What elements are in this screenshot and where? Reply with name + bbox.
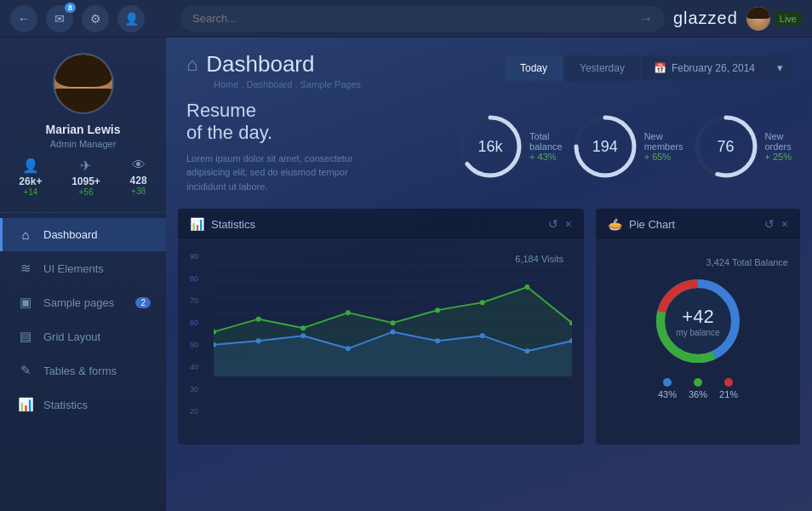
search-bar: →	[180, 6, 665, 32]
stat-followers[interactable]: 👤 26k+ +14	[19, 158, 42, 197]
mail-button[interactable]: ✉ 8	[46, 5, 73, 32]
pie-balance-label: 3,424 Total Balance	[608, 257, 788, 267]
date-dropdown-button[interactable]: ▾	[769, 55, 792, 81]
new-members-label: Newmembers	[644, 131, 683, 152]
pie-chart-refresh-button[interactable]: ↺	[764, 217, 775, 231]
tables-forms-icon: ✎	[18, 363, 33, 378]
red-dot	[724, 378, 733, 387]
followers-icon: 👤	[22, 158, 39, 174]
nav-item-dashboard[interactable]: ⌂ Dashboard	[0, 218, 166, 251]
stats-strip: Resume of the day. Lorem ipsum dolor sit…	[166, 100, 812, 209]
search-arrow-icon[interactable]: →	[639, 11, 653, 26]
breadcrumb: Home . Dashboard . Sample Pages	[214, 79, 488, 89]
total-balance-change: + 43%	[529, 152, 563, 162]
green-pct: 36%	[689, 389, 707, 399]
nav-item-tables-forms[interactable]: ✎ Tables & forms	[0, 353, 166, 388]
svg-point-32	[524, 349, 529, 354]
dashboard-icon: ⌂	[18, 227, 33, 242]
stat-messages[interactable]: ✈ 1095+ +56	[71, 158, 100, 197]
y-label-90: 90	[190, 252, 198, 261]
resume-line2: of the day.	[186, 122, 272, 143]
ui-elements-icon: ≋	[18, 261, 33, 276]
pie-chart-close-button[interactable]: ×	[781, 217, 788, 231]
red-pct: 21%	[719, 389, 738, 399]
pie-chart-widget-title: Pie Chart	[629, 218, 758, 231]
new-members-info: Newmembers + 65%	[644, 131, 683, 162]
date-navigation: Today Yesterday 📅 February 26, 2014 ▾	[505, 55, 792, 81]
metric-new-orders: 76 Neworders + 25%	[692, 100, 792, 193]
back-button[interactable]: ←	[10, 5, 37, 32]
page-title: ⌂ Dashboard	[186, 51, 488, 78]
statistics-chart: 6,184 Visits 90 80 70 60 50 40 30 20	[190, 249, 572, 436]
messages-value: 1095+	[71, 175, 100, 187]
y-label-50: 50	[190, 341, 198, 349]
pie-legend-green: 36%	[689, 378, 707, 399]
settings-button[interactable]: ⚙	[82, 5, 109, 32]
svg-point-16	[256, 317, 261, 322]
views-value: 428	[130, 175, 147, 187]
nav-item-ui-elements[interactable]: ≋ UI Elements	[0, 251, 166, 285]
pie-center-sub: my balance	[676, 328, 719, 337]
avatar	[53, 53, 114, 114]
new-orders-label: Neworders	[765, 131, 792, 152]
grid-layout-icon: ▤	[18, 329, 33, 344]
resume-line1: Resume	[186, 100, 256, 121]
profile-button[interactable]: 👤	[117, 5, 145, 32]
y-label-70: 70	[190, 296, 198, 305]
svg-point-20	[435, 307, 440, 313]
svg-point-21	[480, 300, 485, 305]
brand-name: glazzed	[673, 9, 738, 28]
svg-point-26	[256, 339, 261, 344]
profile-name: Marian Lewis	[46, 123, 121, 136]
pie-center-value: +42	[676, 306, 719, 328]
nav-label-tables-forms: Tables & forms	[43, 365, 117, 377]
nav-menu: ⌂ Dashboard ≋ UI Elements ▣ Sample pages…	[0, 213, 166, 511]
mail-badge: 8	[65, 3, 76, 13]
green-dot	[694, 378, 702, 387]
back-icon: ←	[18, 12, 30, 26]
total-balance-circle: 16k	[456, 112, 524, 181]
y-label-20: 20	[190, 407, 198, 416]
mail-icon: ✉	[54, 12, 65, 26]
pie-chart-widget: 🥧 Pie Chart ↺ × 3,424 Total Balance	[596, 209, 800, 445]
stat-views[interactable]: 👁 428 +38	[130, 158, 147, 197]
yesterday-tab[interactable]: Yesterday	[564, 55, 640, 81]
messages-icon: ✈	[80, 158, 91, 174]
new-orders-change: + 25%	[765, 152, 792, 162]
settings-icon: ⚙	[90, 12, 101, 26]
svg-point-28	[346, 347, 351, 352]
followers-value: 26k+	[19, 175, 42, 187]
nav-label-sample-pages: Sample pages	[43, 296, 114, 309]
svg-point-29	[390, 330, 395, 335]
svg-point-19	[390, 320, 395, 325]
nav-label-statistics: Statistics	[43, 399, 88, 411]
resume-body: Lorem ipsum dolor sit amet, consectetur …	[186, 152, 357, 194]
statistics-widget: 📊 Statistics ↺ × 6,184 Visits 90 80 70 6…	[178, 209, 584, 445]
pie-container: 3,424 Total Balance	[608, 249, 788, 408]
nav-item-statistics[interactable]: 📊 Statistics	[0, 388, 166, 422]
metric-new-members: 194 Newmembers + 65%	[571, 100, 683, 193]
nav-item-sample-pages[interactable]: ▣ Sample pages 2	[0, 285, 166, 319]
pie-chart-widget-header: 🥧 Pie Chart ↺ ×	[596, 209, 800, 240]
new-members-change: + 65%	[644, 152, 683, 162]
statistics-close-button[interactable]: ×	[565, 217, 572, 231]
svg-point-18	[346, 310, 351, 315]
chart-svg	[214, 249, 572, 376]
nav-label-grid-layout: Grid Layout	[43, 330, 100, 343]
profile-icon: 👤	[124, 12, 139, 26]
chart-y-axis: 90 80 70 60 50 40 30 20	[190, 249, 198, 419]
date-picker-button[interactable]: 📅 February 26, 2014	[642, 55, 767, 81]
pie-center-text: +42 my balance	[676, 306, 719, 337]
statistics-refresh-button[interactable]: ↺	[548, 217, 558, 231]
pie-chart-wrap: +42 my balance	[651, 274, 745, 368]
search-input[interactable]	[192, 12, 632, 25]
widget-row: 📊 Statistics ↺ × 6,184 Visits 90 80 70 6…	[166, 209, 812, 456]
statistics-chart-icon: 📊	[190, 217, 204, 231]
pie-chart-widget-body: 3,424 Total Balance	[596, 240, 800, 416]
svg-point-31	[480, 334, 485, 339]
blue-dot	[663, 378, 672, 387]
home-icon: ⌂	[186, 54, 197, 76]
nav-item-grid-layout[interactable]: ▤ Grid Layout	[0, 319, 166, 353]
nav-label-ui-elements: UI Elements	[43, 262, 104, 275]
today-tab[interactable]: Today	[505, 55, 563, 81]
